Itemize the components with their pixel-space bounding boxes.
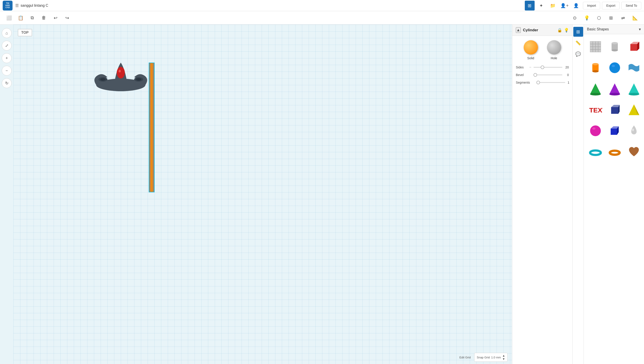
bevel-label: Bevel (516, 73, 527, 77)
svg-marker-29 (628, 84, 639, 94)
shapes-dropdown-btn[interactable]: ▾ (639, 27, 641, 32)
light-tool[interactable]: 💡 (581, 12, 592, 23)
bevel-value: 0 (564, 73, 569, 77)
toolbar: ⬜ 📋 ⧉ 🗑 ↩ ↪ ⊙ 💡 ⬡ ⊞ ⇌ 📐 (0, 11, 644, 24)
chat-view-btn[interactable]: 💬 (573, 49, 583, 59)
mirror-tool[interactable]: ⇌ (617, 12, 628, 23)
svg-point-24 (612, 65, 615, 67)
menu-icon: ☰ (15, 3, 19, 8)
shape-box-darkblue[interactable] (606, 100, 624, 120)
edit-grid-label[interactable]: Edit Grid (459, 356, 471, 359)
hole-label: Hole (551, 56, 557, 60)
undo-tool[interactable]: ↩ (50, 12, 61, 23)
zoom-out-btn[interactable]: − (2, 66, 12, 76)
send-to-btn[interactable]: Send To (621, 2, 641, 10)
shape-box-stripes[interactable] (586, 37, 604, 56)
prop-collapse-btn[interactable]: ▲ (516, 27, 521, 33)
prop-title: Cylinder (523, 28, 555, 32)
rotate-btn[interactable]: ↻ (2, 78, 12, 88)
snap-grid-arrow[interactable]: ▲▼ (502, 354, 505, 361)
segments-row: Segments − 1 (512, 79, 572, 86)
shape-cube-red[interactable] (625, 37, 643, 56)
canvas-footer: Edit Grid Snap Grid 1.0 mm ▲▼ (459, 353, 507, 362)
svg-point-16 (611, 49, 618, 52)
svg-point-45 (610, 151, 620, 155)
canvas-grid (14, 24, 512, 364)
bevel-row: Bevel − 0 (512, 71, 572, 79)
copy-tool[interactable]: ⬜ (4, 12, 14, 23)
solid-label: Solid (527, 56, 534, 60)
import-btn[interactable]: Import (583, 2, 600, 10)
segments-slider[interactable] (536, 82, 565, 83)
export-btn[interactable]: Export (602, 2, 619, 10)
delete-tool[interactable]: 🗑 (39, 12, 49, 23)
topbar-right: ⊞ ✦ 📁 👤+ 👤 Import Export Send To (525, 1, 641, 10)
shape-cone-teal[interactable] (625, 79, 643, 98)
folder-btn[interactable]: 📁 (548, 1, 558, 10)
zoom-in-btn[interactable]: + (2, 53, 12, 63)
shape-heart-brown[interactable] (625, 142, 643, 162)
left-panel: ⌂ ⤢ + − ↻ (0, 24, 14, 364)
paste-tool[interactable]: 📋 (15, 12, 26, 23)
canvas-area[interactable]: TOP (14, 24, 512, 364)
shape-sphere-blue[interactable] (606, 58, 624, 78)
shapes-header: Basic Shapes ▾ (584, 24, 644, 34)
svg-point-2 (100, 78, 106, 81)
shape-cone-purple[interactable] (606, 79, 624, 98)
shape-cube-blue[interactable] (606, 121, 624, 141)
snap-grid-value: 1.0 mm (491, 356, 501, 359)
snap-tool[interactable]: ⊙ (569, 12, 580, 23)
shape-drop-gray[interactable] (625, 121, 643, 141)
duplicate-tool[interactable]: ⧉ (27, 12, 38, 23)
svg-point-26 (590, 93, 601, 96)
shape-torus-orange[interactable] (606, 142, 624, 162)
svg-text:TEXT: TEXT (589, 106, 603, 114)
shape-cylinder-orange[interactable] (586, 58, 604, 78)
shape-pyramid-yellow[interactable] (625, 100, 643, 120)
align-tool[interactable]: ⊞ (605, 12, 616, 23)
bevel-slider[interactable] (533, 74, 562, 75)
shape-text-red[interactable]: TEXT (586, 100, 604, 120)
home-view-btn[interactable]: ⌂ (2, 28, 12, 38)
fit-view-btn[interactable]: ⤢ (2, 41, 12, 50)
svg-point-38 (592, 128, 595, 130)
shape-sphere-pink[interactable] (586, 121, 604, 141)
hole-option[interactable]: Hole (547, 40, 561, 60)
sides-minus-icon: − (529, 65, 531, 69)
svg-marker-25 (590, 84, 601, 94)
side-icons-panel: ⊞ 📏 💬 (572, 24, 584, 364)
solid-hole-row: Solid Hole (512, 36, 572, 64)
profile-btn[interactable]: 👤 (571, 1, 581, 10)
prop-bulb-btn[interactable]: 💡 (564, 28, 569, 33)
sides-row: Sides − 20 (512, 64, 572, 71)
solid-circle (524, 40, 538, 54)
hole-circle (547, 40, 561, 54)
shape-tool[interactable]: ⬡ (593, 12, 604, 23)
ruler-view-btn[interactable]: 📏 (573, 38, 583, 48)
svg-point-37 (590, 126, 601, 136)
segments-label: Segments (516, 81, 530, 84)
sides-slider[interactable] (533, 67, 562, 68)
solid-option[interactable]: Solid (524, 40, 538, 60)
main-area: ⌂ ⤢ + − ↻ TOP (0, 24, 644, 364)
shape-wavy-blue[interactable] (625, 58, 643, 78)
measure-tool[interactable]: 📐 (630, 12, 640, 23)
shapes-grid: TEXT (584, 34, 644, 164)
svg-marker-27 (609, 84, 620, 94)
shape-cylinder-gray[interactable] (606, 37, 624, 56)
svg-point-4 (136, 78, 141, 81)
shape-cone-green[interactable] (586, 79, 604, 98)
crown-shape[interactable] (90, 56, 152, 92)
snap-grid-control[interactable]: Snap Grid 1.0 mm ▲▼ (474, 353, 507, 362)
prop-lock-btn[interactable]: 🔒 (557, 28, 562, 33)
svg-point-5 (117, 67, 125, 78)
redo-tool[interactable]: ↪ (62, 12, 73, 23)
shape-torus-teal[interactable] (586, 142, 604, 162)
prop-header-icons: 🔒 💡 (557, 28, 569, 33)
grid-view-btn[interactable]: ⊞ (573, 27, 583, 37)
segments-value: 1 (567, 81, 569, 84)
snap-toggle-btn[interactable]: ✦ (536, 1, 546, 10)
user-add-btn[interactable]: 👤+ (560, 1, 569, 10)
cylinder-selected[interactable] (149, 62, 155, 192)
grid-toggle-btn[interactable]: ⊞ (525, 1, 535, 10)
